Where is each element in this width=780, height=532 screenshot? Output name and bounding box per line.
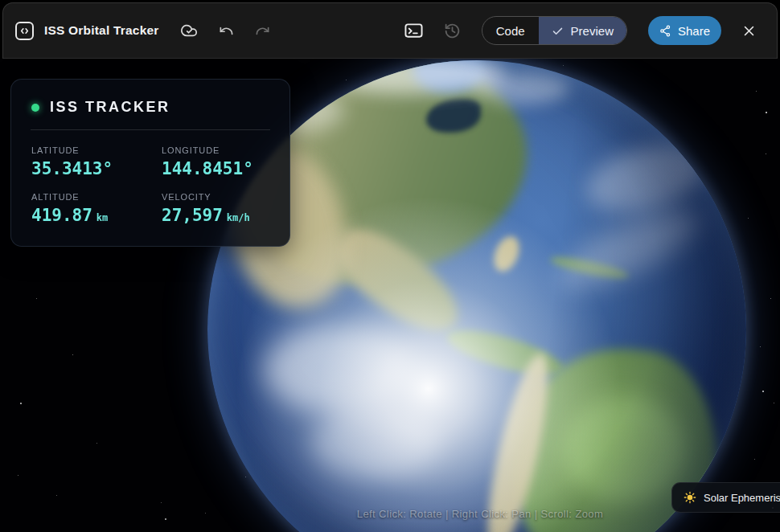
titlebar-left-group: ISS Orbital Tracker xyxy=(15,22,270,40)
field-value: 144.8451° xyxy=(162,159,269,178)
share-nodes-icon xyxy=(659,25,671,37)
redo-arrow-icon[interactable] xyxy=(255,23,270,39)
field-label: LATITUDE xyxy=(31,145,162,155)
field-unit: km xyxy=(96,212,108,223)
undo-arrow-icon[interactable] xyxy=(219,23,234,39)
code-brackets-icon xyxy=(15,22,34,40)
tab-preview[interactable]: Preview xyxy=(539,17,626,44)
amazon-basin xyxy=(565,398,686,502)
tracker-title: ISS TRACKER xyxy=(50,99,170,116)
share-button[interactable]: Share xyxy=(648,16,721,45)
tab-code[interactable]: Code xyxy=(482,17,539,44)
field-velocity: VELOCITY 27,597km/h xyxy=(162,192,269,225)
field-unit: km/h xyxy=(227,212,250,223)
window-titlebar: ISS Orbital Tracker Code Preview xyxy=(2,2,778,59)
cloud-layer xyxy=(264,325,417,414)
sun-icon xyxy=(684,491,696,504)
cloud-layer xyxy=(473,72,569,104)
code-preview-toggle: Code Preview xyxy=(482,16,627,45)
tracker-header: ISS TRACKER xyxy=(11,99,289,116)
terminal-icon[interactable] xyxy=(404,23,423,39)
field-value: 35.3413° xyxy=(31,159,162,178)
cloud-layer xyxy=(580,134,712,223)
caribbean-islands xyxy=(548,253,630,282)
checkmark-icon xyxy=(552,25,564,37)
green-dot-icon xyxy=(31,104,39,112)
field-value: 419.87km xyxy=(31,206,162,225)
cloud-layer xyxy=(312,406,441,478)
cloud-check-icon[interactable] xyxy=(180,22,198,39)
cloud-layer xyxy=(550,195,709,304)
field-label: VELOCITY xyxy=(162,192,269,202)
viewport-3d[interactable]: ISS TRACKER LATITUDE 35.3413° LONGITUDE … xyxy=(0,59,780,532)
tab-preview-label: Preview xyxy=(571,24,614,38)
history-clock-icon[interactable] xyxy=(444,23,461,39)
solar-ephemeris-label: Solar Ephemeris: U xyxy=(704,492,780,504)
telemetry-grid: LATITUDE 35.3413° LONGITUDE 144.8451° AL… xyxy=(11,145,289,225)
title-group: ISS Orbital Tracker xyxy=(15,22,159,40)
great-lakes xyxy=(426,99,481,133)
tab-code-label: Code xyxy=(496,24,525,38)
hudson-bay xyxy=(413,60,485,92)
divider xyxy=(31,129,270,130)
starfield-bright xyxy=(0,59,2,60)
field-longitude: LONGITUDE 144.8451° xyxy=(162,145,269,178)
window-title: ISS Orbital Tracker xyxy=(44,23,159,38)
region-mexico xyxy=(323,217,473,347)
field-label: LONGITUDE xyxy=(162,145,269,155)
field-value: 27,597km/h xyxy=(162,206,269,225)
iss-tracker-panel: ISS TRACKER LATITUDE 35.3413° LONGITUDE … xyxy=(10,79,290,247)
field-latitude: LATITUDE 35.3413° xyxy=(31,145,162,178)
share-button-label: Share xyxy=(678,24,710,38)
close-icon[interactable] xyxy=(742,24,756,38)
field-altitude: ALTITUDE 419.87km xyxy=(31,192,162,225)
titlebar-right-group: Code Preview Share xyxy=(404,16,756,45)
field-label: ALTITUDE xyxy=(31,192,162,202)
florida-peninsula xyxy=(489,232,523,275)
solar-ephemeris-badge: Solar Ephemeris: U xyxy=(671,482,780,513)
region-central-america xyxy=(443,321,568,384)
andes-mountains xyxy=(476,350,560,532)
cloud-layer xyxy=(320,60,505,94)
mouse-controls-hint: Left Click: Rotate | Right Click: Pan | … xyxy=(357,508,603,520)
